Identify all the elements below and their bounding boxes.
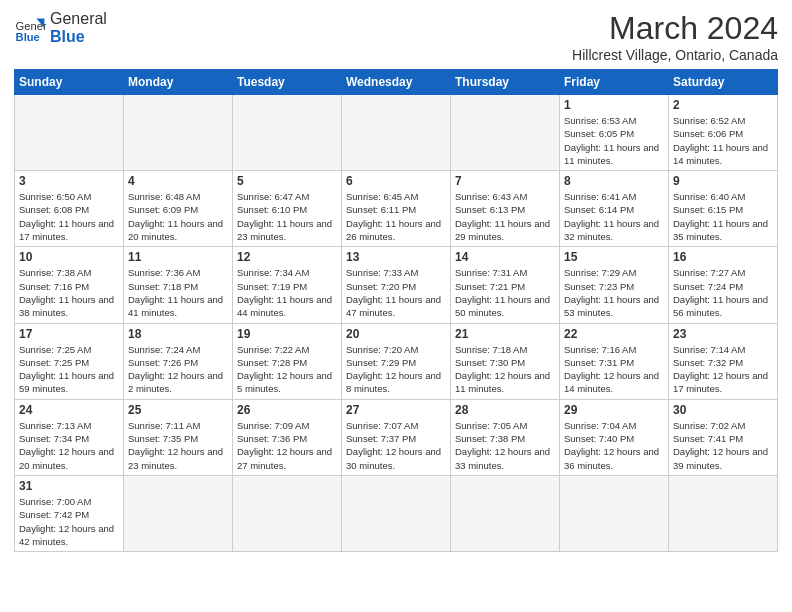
- location-title: Hillcrest Village, Ontario, Canada: [572, 47, 778, 63]
- calendar-cell: 4Sunrise: 6:48 AM Sunset: 6:09 PM Daylig…: [124, 171, 233, 247]
- calendar-cell: 17Sunrise: 7:25 AM Sunset: 7:25 PM Dayli…: [15, 323, 124, 399]
- day-info: Sunrise: 6:53 AM Sunset: 6:05 PM Dayligh…: [564, 114, 664, 167]
- day-info: Sunrise: 7:27 AM Sunset: 7:24 PM Dayligh…: [673, 266, 773, 319]
- day-info: Sunrise: 7:09 AM Sunset: 7:36 PM Dayligh…: [237, 419, 337, 472]
- calendar-cell: 29Sunrise: 7:04 AM Sunset: 7:40 PM Dayli…: [560, 399, 669, 475]
- day-number: 14: [455, 250, 555, 264]
- calendar-cell: [451, 475, 560, 551]
- calendar-cell: 24Sunrise: 7:13 AM Sunset: 7:34 PM Dayli…: [15, 399, 124, 475]
- calendar-cell: 20Sunrise: 7:20 AM Sunset: 7:29 PM Dayli…: [342, 323, 451, 399]
- calendar: SundayMondayTuesdayWednesdayThursdayFrid…: [14, 69, 778, 552]
- day-info: Sunrise: 7:18 AM Sunset: 7:30 PM Dayligh…: [455, 343, 555, 396]
- day-info: Sunrise: 7:05 AM Sunset: 7:38 PM Dayligh…: [455, 419, 555, 472]
- day-info: Sunrise: 7:34 AM Sunset: 7:19 PM Dayligh…: [237, 266, 337, 319]
- calendar-cell: 19Sunrise: 7:22 AM Sunset: 7:28 PM Dayli…: [233, 323, 342, 399]
- day-info: Sunrise: 7:00 AM Sunset: 7:42 PM Dayligh…: [19, 495, 119, 548]
- calendar-cell: 10Sunrise: 7:38 AM Sunset: 7:16 PM Dayli…: [15, 247, 124, 323]
- day-number: 3: [19, 174, 119, 188]
- calendar-cell: [451, 95, 560, 171]
- logo-blue-text: Blue: [50, 28, 85, 45]
- calendar-cell: [669, 475, 778, 551]
- svg-text:Blue: Blue: [16, 30, 40, 42]
- weekday-header-friday: Friday: [560, 70, 669, 95]
- calendar-cell: 7Sunrise: 6:43 AM Sunset: 6:13 PM Daylig…: [451, 171, 560, 247]
- day-info: Sunrise: 6:43 AM Sunset: 6:13 PM Dayligh…: [455, 190, 555, 243]
- day-info: Sunrise: 7:16 AM Sunset: 7:31 PM Dayligh…: [564, 343, 664, 396]
- day-info: Sunrise: 7:38 AM Sunset: 7:16 PM Dayligh…: [19, 266, 119, 319]
- day-number: 5: [237, 174, 337, 188]
- weekday-header-monday: Monday: [124, 70, 233, 95]
- month-title: March 2024: [572, 10, 778, 47]
- calendar-cell: 11Sunrise: 7:36 AM Sunset: 7:18 PM Dayli…: [124, 247, 233, 323]
- calendar-cell: [342, 95, 451, 171]
- week-row-3: 17Sunrise: 7:25 AM Sunset: 7:25 PM Dayli…: [15, 323, 778, 399]
- calendar-cell: 14Sunrise: 7:31 AM Sunset: 7:21 PM Dayli…: [451, 247, 560, 323]
- calendar-cell: [233, 475, 342, 551]
- calendar-cell: 6Sunrise: 6:45 AM Sunset: 6:11 PM Daylig…: [342, 171, 451, 247]
- calendar-cell: [124, 95, 233, 171]
- day-info: Sunrise: 7:25 AM Sunset: 7:25 PM Dayligh…: [19, 343, 119, 396]
- calendar-cell: 2Sunrise: 6:52 AM Sunset: 6:06 PM Daylig…: [669, 95, 778, 171]
- day-info: Sunrise: 7:11 AM Sunset: 7:35 PM Dayligh…: [128, 419, 228, 472]
- calendar-cell: [15, 95, 124, 171]
- calendar-cell: 8Sunrise: 6:41 AM Sunset: 6:14 PM Daylig…: [560, 171, 669, 247]
- day-info: Sunrise: 7:24 AM Sunset: 7:26 PM Dayligh…: [128, 343, 228, 396]
- calendar-cell: [124, 475, 233, 551]
- calendar-cell: 21Sunrise: 7:18 AM Sunset: 7:30 PM Dayli…: [451, 323, 560, 399]
- calendar-cell: 23Sunrise: 7:14 AM Sunset: 7:32 PM Dayli…: [669, 323, 778, 399]
- weekday-header-row: SundayMondayTuesdayWednesdayThursdayFrid…: [15, 70, 778, 95]
- day-number: 28: [455, 403, 555, 417]
- calendar-cell: 9Sunrise: 6:40 AM Sunset: 6:15 PM Daylig…: [669, 171, 778, 247]
- day-number: 20: [346, 327, 446, 341]
- week-row-1: 3Sunrise: 6:50 AM Sunset: 6:08 PM Daylig…: [15, 171, 778, 247]
- calendar-cell: [560, 475, 669, 551]
- day-info: Sunrise: 6:45 AM Sunset: 6:11 PM Dayligh…: [346, 190, 446, 243]
- calendar-cell: 16Sunrise: 7:27 AM Sunset: 7:24 PM Dayli…: [669, 247, 778, 323]
- week-row-2: 10Sunrise: 7:38 AM Sunset: 7:16 PM Dayli…: [15, 247, 778, 323]
- day-number: 17: [19, 327, 119, 341]
- day-number: 15: [564, 250, 664, 264]
- day-info: Sunrise: 6:41 AM Sunset: 6:14 PM Dayligh…: [564, 190, 664, 243]
- day-info: Sunrise: 7:20 AM Sunset: 7:29 PM Dayligh…: [346, 343, 446, 396]
- header: General Blue General Blue March 2024 Hil…: [14, 10, 778, 63]
- day-number: 1: [564, 98, 664, 112]
- day-info: Sunrise: 7:14 AM Sunset: 7:32 PM Dayligh…: [673, 343, 773, 396]
- day-number: 22: [564, 327, 664, 341]
- day-number: 30: [673, 403, 773, 417]
- calendar-cell: 22Sunrise: 7:16 AM Sunset: 7:31 PM Dayli…: [560, 323, 669, 399]
- calendar-cell: 18Sunrise: 7:24 AM Sunset: 7:26 PM Dayli…: [124, 323, 233, 399]
- day-number: 16: [673, 250, 773, 264]
- calendar-cell: 5Sunrise: 6:47 AM Sunset: 6:10 PM Daylig…: [233, 171, 342, 247]
- day-number: 9: [673, 174, 773, 188]
- calendar-cell: 30Sunrise: 7:02 AM Sunset: 7:41 PM Dayli…: [669, 399, 778, 475]
- calendar-cell: 31Sunrise: 7:00 AM Sunset: 7:42 PM Dayli…: [15, 475, 124, 551]
- day-number: 27: [346, 403, 446, 417]
- day-number: 26: [237, 403, 337, 417]
- calendar-cell: 28Sunrise: 7:05 AM Sunset: 7:38 PM Dayli…: [451, 399, 560, 475]
- day-number: 23: [673, 327, 773, 341]
- day-info: Sunrise: 7:29 AM Sunset: 7:23 PM Dayligh…: [564, 266, 664, 319]
- day-info: Sunrise: 6:50 AM Sunset: 6:08 PM Dayligh…: [19, 190, 119, 243]
- week-row-0: 1Sunrise: 6:53 AM Sunset: 6:05 PM Daylig…: [15, 95, 778, 171]
- calendar-cell: 13Sunrise: 7:33 AM Sunset: 7:20 PM Dayli…: [342, 247, 451, 323]
- day-number: 13: [346, 250, 446, 264]
- weekday-header-sunday: Sunday: [15, 70, 124, 95]
- day-info: Sunrise: 7:31 AM Sunset: 7:21 PM Dayligh…: [455, 266, 555, 319]
- day-number: 2: [673, 98, 773, 112]
- day-info: Sunrise: 6:52 AM Sunset: 6:06 PM Dayligh…: [673, 114, 773, 167]
- day-info: Sunrise: 7:13 AM Sunset: 7:34 PM Dayligh…: [19, 419, 119, 472]
- calendar-cell: 15Sunrise: 7:29 AM Sunset: 7:23 PM Dayli…: [560, 247, 669, 323]
- calendar-cell: 25Sunrise: 7:11 AM Sunset: 7:35 PM Dayli…: [124, 399, 233, 475]
- day-number: 21: [455, 327, 555, 341]
- day-number: 18: [128, 327, 228, 341]
- day-number: 7: [455, 174, 555, 188]
- day-number: 24: [19, 403, 119, 417]
- day-info: Sunrise: 6:40 AM Sunset: 6:15 PM Dayligh…: [673, 190, 773, 243]
- weekday-header-thursday: Thursday: [451, 70, 560, 95]
- day-info: Sunrise: 7:33 AM Sunset: 7:20 PM Dayligh…: [346, 266, 446, 319]
- week-row-5: 31Sunrise: 7:00 AM Sunset: 7:42 PM Dayli…: [15, 475, 778, 551]
- weekday-header-saturday: Saturday: [669, 70, 778, 95]
- day-number: 12: [237, 250, 337, 264]
- day-number: 4: [128, 174, 228, 188]
- day-number: 6: [346, 174, 446, 188]
